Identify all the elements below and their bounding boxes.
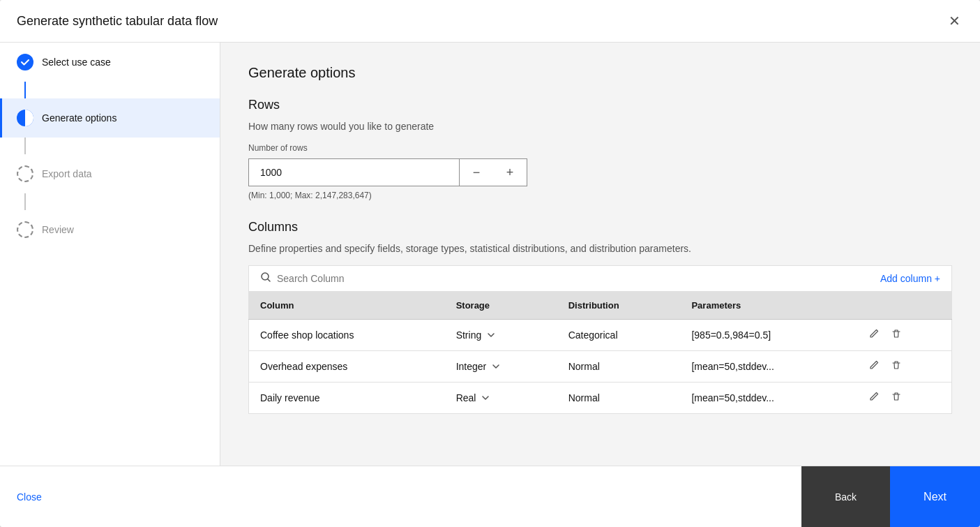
- columns-title: Columns: [248, 220, 952, 235]
- sidebar-label-export-data: Export data: [42, 168, 92, 179]
- table-row: Daily revenue Real Normal [mean: [249, 383, 952, 414]
- delete-button[interactable]: [891, 328, 902, 342]
- step-icon-disabled-2: [17, 221, 33, 238]
- cell-column-name: Overhead expenses: [249, 351, 445, 383]
- chevron-down-icon[interactable]: [487, 331, 495, 339]
- rows-description: How many rows would you like to generate: [248, 121, 952, 132]
- close-footer-button[interactable]: Close: [0, 491, 59, 503]
- cell-distribution: Normal: [557, 351, 681, 383]
- sidebar-divider-1: [24, 82, 26, 98]
- footer-actions: Back Next: [801, 466, 980, 527]
- cell-storage: String: [445, 320, 557, 351]
- edit-button[interactable]: [868, 328, 880, 342]
- sidebar-label-generate-options: Generate options: [42, 112, 116, 124]
- cell-parameters: [985=0.5,984=0.5]: [680, 320, 857, 351]
- sidebar-item-export-data: Export data: [0, 154, 220, 193]
- columns-table: Column Storage Distribution Parameters C…: [248, 291, 952, 414]
- step-icon-completed: [17, 54, 33, 70]
- section-title: Generate options: [248, 65, 952, 81]
- sidebar-label-select-use-case: Select use case: [42, 57, 111, 68]
- edit-button[interactable]: [868, 391, 880, 405]
- cell-actions: [857, 383, 952, 414]
- modal-title: Generate synthetic tabular data flow: [17, 14, 218, 29]
- table-row: Coffee shop locations String Categorical: [249, 320, 952, 351]
- col-header-parameters: Parameters: [680, 292, 857, 320]
- sidebar-divider-2: [24, 138, 26, 154]
- back-button[interactable]: Back: [801, 466, 890, 527]
- increment-button[interactable]: +: [493, 159, 527, 186]
- sidebar-item-select-use-case[interactable]: Select use case: [0, 43, 220, 82]
- chevron-down-icon[interactable]: [492, 362, 500, 371]
- cell-actions: [857, 351, 952, 383]
- modal-body: Select use case Generate options Export …: [0, 43, 980, 466]
- columns-description: Define properties and specify fields, st…: [248, 243, 952, 254]
- col-header-distribution: Distribution: [557, 292, 681, 320]
- close-icon[interactable]: ✕: [946, 11, 963, 31]
- search-icon: [260, 272, 271, 285]
- sidebar-label-review: Review: [42, 224, 74, 235]
- cell-parameters: [mean=50,stddev...: [680, 383, 857, 414]
- sidebar-item-review: Review: [0, 210, 220, 249]
- table-row: Overhead expenses Integer Normal: [249, 351, 952, 383]
- sidebar-divider-3: [24, 193, 26, 210]
- cell-column-name: Daily revenue: [249, 383, 445, 414]
- sidebar-item-generate-options[interactable]: Generate options: [0, 98, 220, 138]
- col-header-actions: [857, 292, 952, 320]
- columns-section: Columns Define properties and specify fi…: [248, 220, 952, 414]
- rows-title: Rows: [248, 98, 952, 112]
- sidebar: Select use case Generate options Export …: [0, 43, 220, 466]
- delete-button[interactable]: [891, 359, 902, 373]
- modal-footer: Close Back Next: [0, 466, 980, 527]
- main-content: Generate options Rows How many rows woul…: [220, 43, 980, 466]
- modal-header: Generate synthetic tabular data flow ✕: [0, 0, 980, 43]
- rows-hint: (Min: 1,000; Max: 2,147,283,647): [248, 191, 952, 200]
- decrement-button[interactable]: −: [460, 159, 493, 186]
- chevron-down-icon[interactable]: [481, 394, 490, 402]
- search-wrapper: [260, 272, 880, 285]
- delete-button[interactable]: [891, 391, 902, 405]
- cell-actions: [857, 320, 952, 351]
- cell-distribution: Categorical: [557, 320, 681, 351]
- next-button[interactable]: Next: [890, 466, 980, 527]
- search-add-row: Add column +: [248, 265, 952, 291]
- cell-parameters: [mean=50,stddev...: [680, 351, 857, 383]
- col-header-column: Column: [249, 292, 445, 320]
- number-input-container: − +: [248, 158, 527, 186]
- step-icon-inprogress: [17, 110, 33, 126]
- cell-column-name: Coffee shop locations: [249, 320, 445, 351]
- col-header-storage: Storage: [445, 292, 557, 320]
- cell-distribution: Normal: [557, 383, 681, 414]
- edit-button[interactable]: [868, 359, 880, 373]
- cell-storage: Integer: [445, 351, 557, 383]
- modal: Generate synthetic tabular data flow ✕ S…: [0, 0, 980, 527]
- cell-storage: Real: [445, 383, 557, 414]
- add-column-button[interactable]: Add column +: [880, 273, 940, 284]
- search-column-input[interactable]: [277, 273, 416, 284]
- step-icon-disabled-1: [17, 165, 33, 182]
- number-of-rows-input[interactable]: [249, 167, 459, 178]
- rows-field-label: Number of rows: [248, 143, 952, 153]
